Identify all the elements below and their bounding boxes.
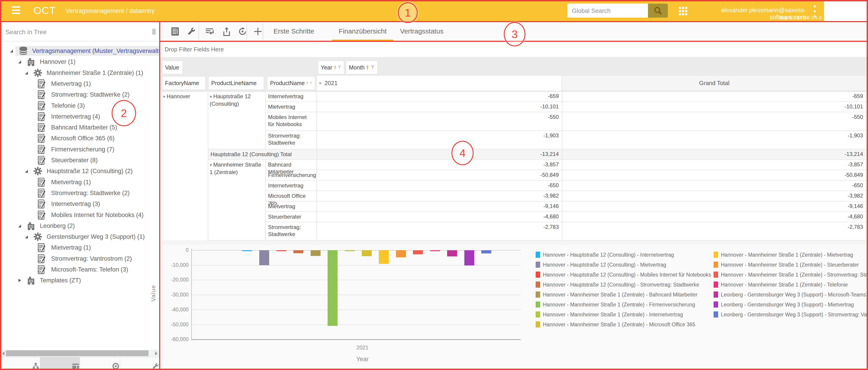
tree-item[interactable]: Mobiles Internet für Notebooks (4) [0, 210, 160, 220]
tab-vertragsstatus[interactable]: Vertragsstatus [400, 27, 443, 35]
scroll-right-icon[interactable] [154, 350, 158, 357]
year-column-chip[interactable]: Year [318, 61, 344, 74]
expand-arrow-icon[interactable] [17, 224, 22, 228]
value-2021-cell[interactable]: -3,982 [316, 193, 559, 199]
product-line-cell[interactable]: ▾Mannheimer Straße 1 (Zentrale) [210, 161, 263, 176]
tree-search-input[interactable] [5, 27, 142, 38]
scrollbar-thumb[interactable] [6, 350, 149, 356]
value-2021-cell[interactable]: -50,849 [316, 172, 559, 178]
value-grand-total-cell[interactable]: -659 [562, 93, 863, 99]
chart-bar[interactable] [293, 250, 303, 253]
value-2021-cell[interactable]: -10,101 [316, 103, 559, 110]
tree-item[interactable]: Firmenversicherung (7) [0, 144, 160, 155]
value-2021-cell[interactable]: -3,857 [316, 161, 559, 168]
chart-bar[interactable] [259, 250, 269, 265]
tab-finanzuebersicht[interactable]: Finanzübersicht [339, 27, 387, 35]
value-grand-total-cell[interactable]: -10,101 [562, 103, 863, 110]
chart-bar[interactable] [413, 250, 423, 255]
chart-bar[interactable] [464, 250, 474, 265]
value-grand-total-cell[interactable]: -3,982 [562, 193, 863, 199]
tree-item[interactable]: Hannover (1) [0, 57, 160, 67]
wrench-icon[interactable] [186, 27, 196, 36]
value-grand-total-cell[interactable]: -650 [562, 182, 863, 189]
collapse-down-icon[interactable]: ▾ [210, 163, 212, 167]
expand-arrow-icon[interactable] [24, 169, 29, 173]
pane-handle-icon[interactable] [152, 28, 156, 35]
expand-right-icon[interactable]: ▸ [319, 80, 322, 86]
productlinename-row-chip[interactable]: ProductLineName [208, 76, 264, 90]
sidebar-footer-wrench-button[interactable] [120, 357, 160, 370]
tree-item[interactable]: Mannheimer Straße 1 (Zentrale) (1) [0, 68, 160, 78]
tree-item[interactable]: Mietvertrag (1) [0, 177, 160, 188]
tree-item[interactable]: Mietvertrag (1) [0, 242, 160, 253]
filter-funnel-icon[interactable] [260, 80, 261, 86]
expand-arrow-icon[interactable] [24, 234, 29, 239]
collapse-down-icon[interactable]: ▾ [210, 94, 212, 99]
product-line-cell[interactable]: ▾Hauptstraße 12 (Consulting) [210, 93, 263, 107]
upload-icon[interactable] [222, 27, 231, 36]
tree-item[interactable]: Stromvertrag: Vantrostrom (2) [0, 254, 160, 264]
value-grand-total-cell[interactable]: -550 [562, 114, 863, 120]
tree-item[interactable]: Microsoft Office 365 (6) [0, 133, 160, 143]
collapse-arrow-icon[interactable] [17, 278, 22, 283]
toolbar-report-panel-button[interactable] [170, 27, 180, 37]
apps-grid-icon[interactable] [678, 6, 688, 16]
product-name-cell[interactable]: Mobiles Internet für Notebooks [268, 113, 313, 128]
factory-name-cell[interactable]: ▾Hannover [163, 93, 206, 100]
expand-arrow-icon[interactable] [17, 60, 22, 64]
tree-item[interactable]: Templates (ZT) [0, 275, 160, 285]
toolbar-upload-button[interactable] [222, 27, 231, 37]
restore-icon[interactable] [238, 27, 247, 36]
value-2021-cell[interactable]: -650 [316, 182, 559, 189]
toolbar-wrench-button[interactable] [186, 27, 196, 37]
sidebar-footer-table-button[interactable] [40, 357, 80, 370]
value-grand-total-cell[interactable]: -1,903 [562, 132, 863, 139]
search-button[interactable] [648, 4, 668, 18]
tree-item[interactable]: Mietvertrag (1) [0, 78, 160, 89]
month-column-chip[interactable]: Month [346, 61, 378, 74]
add-icon[interactable] [253, 27, 263, 36]
filter-funnel-icon[interactable] [371, 65, 375, 70]
product-name-cell[interactable]: Steuerberater [268, 213, 313, 220]
value-2021-cell[interactable]: -2,783 [316, 224, 559, 230]
tree-item[interactable]: Leonberg (2) [0, 221, 160, 231]
product-name-cell[interactable]: Internetvertrag [268, 182, 313, 189]
value-2021-cell[interactable]: -550 [316, 114, 559, 120]
chart-bar[interactable] [276, 250, 286, 251]
tree-item[interactable]: Stromvertrag: Stadtwerke (2) [0, 90, 160, 100]
value-field-chip[interactable]: Value [162, 61, 183, 74]
horizontal-scrollbar[interactable] [0, 350, 160, 357]
global-search-input[interactable] [571, 4, 645, 18]
product-name-cell[interactable]: Firmenversicherung [268, 172, 313, 178]
tree-item[interactable]: Telefonie (3) [0, 100, 160, 111]
tree-item[interactable]: Hauptstraße 12 (Consulting) (2) [0, 166, 160, 176]
value-2021-cell[interactable]: -9,146 [316, 203, 559, 209]
product-name-cell[interactable]: Internetvertrag [268, 93, 313, 100]
scroll-left-icon[interactable] [1, 350, 5, 357]
value-grand-total-cell[interactable]: -3,857 [562, 161, 863, 168]
tree-item[interactable]: Internetvertrag (3) [0, 199, 160, 209]
filter-funnel-icon[interactable] [338, 65, 341, 70]
toolbar-restore-button[interactable] [238, 27, 247, 37]
sidebar-footer-hierarchy-button[interactable] [0, 357, 40, 370]
product-name-cell[interactable]: Stromvertrag: Stadtwerke [268, 132, 313, 146]
tree-item[interactable]: Microsoft-Teams: Telefon (3) [0, 264, 160, 275]
chart-bar[interactable] [242, 250, 252, 251]
tree-item[interactable]: Bahncard Mitarbeiter (5) [0, 122, 160, 133]
product-name-cell[interactable]: Stromvertrag: Stadtwerke [268, 224, 313, 238]
factoryname-row-chip[interactable]: FactoryName [162, 76, 206, 90]
tab-erste-schritte[interactable]: Erste Schritte [274, 27, 314, 35]
expand-arrow-icon[interactable] [24, 71, 29, 75]
tree-item[interactable]: Gerstensburger Weg 3 (Support) (1) [0, 232, 160, 242]
chart-bar[interactable] [328, 250, 338, 326]
filter-funnel-icon[interactable] [310, 80, 312, 86]
value-2021-cell[interactable]: -4,680 [316, 213, 559, 220]
chart-bar[interactable] [345, 250, 355, 251]
chart-bar[interactable] [379, 250, 389, 264]
tree-item[interactable]: Vertragsmanagement (Muster_Vertragsverwa… [0, 46, 160, 56]
chart-bar[interactable] [396, 250, 406, 257]
value-grand-total-cell[interactable]: -2,783 [562, 224, 863, 230]
toolbar-apply-list-button[interactable] [205, 27, 215, 37]
chart-bar[interactable] [362, 250, 372, 256]
collapse-down-icon[interactable]: ▾ [163, 94, 165, 99]
